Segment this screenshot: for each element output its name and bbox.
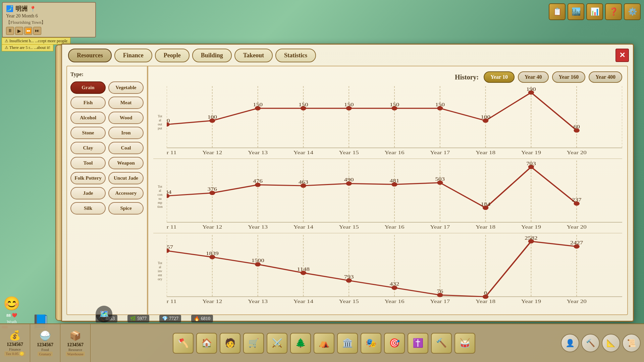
svg-text:Year 11: Year 11 bbox=[167, 225, 176, 230]
main-panel: Resources Finance People Building Takeou… bbox=[60, 44, 634, 322]
br-icon-4[interactable]: 📜 bbox=[622, 334, 641, 352]
pause-button[interactable]: ⏸ bbox=[6, 27, 14, 35]
food-sub: Granary bbox=[38, 352, 52, 356]
inventory-svg: 2157 1839 1500 1148 793 432 76 0 2582 24… bbox=[167, 235, 622, 307]
action-cross[interactable]: ✝️ bbox=[408, 333, 428, 354]
svg-text:1839: 1839 bbox=[206, 251, 219, 256]
tab-resources[interactable]: Resources bbox=[68, 49, 112, 62]
action-tent[interactable]: ⛺ bbox=[314, 333, 334, 354]
chart-icon[interactable]: 📊 bbox=[586, 3, 603, 20]
resource-btn-weapon[interactable]: Weapon bbox=[108, 157, 144, 169]
resource-btn-grain[interactable]: Grain bbox=[70, 81, 106, 94]
game-controls: ⏸ ▶ ⏩ ⏭ bbox=[6, 27, 92, 35]
svg-text:Year 19: Year 19 bbox=[521, 225, 541, 230]
consumption-svg-wrapper: 334 376 476 463 490 481 503 184 703 237 … bbox=[167, 161, 622, 233]
consumption-chart: Totalconsumption bbox=[153, 161, 622, 233]
resource-btn-wood[interactable]: Wood bbox=[108, 112, 144, 124]
history-label: History: bbox=[455, 73, 479, 81]
settings-icon[interactable]: ⚙️ bbox=[624, 3, 641, 20]
fast-forward-button[interactable]: ⏩ bbox=[24, 27, 32, 35]
tab-people[interactable]: People bbox=[155, 49, 190, 62]
year-btn-400[interactable]: Year 400 bbox=[589, 71, 622, 83]
svg-text:76: 76 bbox=[437, 289, 443, 294]
resource-btn-jade[interactable]: Jade bbox=[70, 187, 106, 199]
jade-counter-value: 7727 bbox=[169, 316, 178, 321]
close-button[interactable]: ✕ bbox=[615, 49, 629, 62]
town-label: 【Flourishing Town】 bbox=[6, 19, 92, 25]
resource-grid: Grain Vegetable Fish Meat Alcohol Wood S… bbox=[70, 81, 144, 215]
jade-counter-icon: 💎 bbox=[162, 316, 168, 321]
action-target[interactable]: 🎯 bbox=[384, 333, 405, 354]
resource-btn-alcohol[interactable]: Alcohol bbox=[70, 112, 106, 124]
svg-text:Year 13: Year 13 bbox=[248, 150, 268, 156]
tab-bar: Resources Finance People Building Takeou… bbox=[61, 45, 633, 62]
action-sword[interactable]: ⚔️ bbox=[267, 333, 287, 354]
tab-takeout[interactable]: Takeout bbox=[234, 49, 273, 62]
resource-btn-coal[interactable]: Coal bbox=[108, 142, 144, 154]
resource-btn-stone[interactable]: Stone bbox=[70, 127, 106, 139]
resource-btn-clay[interactable]: Clay bbox=[70, 142, 106, 154]
br-icon-2[interactable]: 🔨 bbox=[581, 334, 600, 352]
city-icon[interactable]: 🏙️ bbox=[568, 3, 584, 20]
svg-text:Year 15: Year 15 bbox=[339, 150, 359, 156]
svg-text:Year 17: Year 17 bbox=[430, 150, 450, 156]
resource-btn-tool[interactable]: Tool bbox=[70, 157, 106, 169]
help-icon[interactable]: ❓ bbox=[605, 3, 622, 20]
type-label: Type: bbox=[70, 71, 144, 77]
svg-text:237: 237 bbox=[572, 197, 582, 202]
top-bar: 🗾 明洲 📍 Year 20 Month 6 【Flourishing Town… bbox=[0, 0, 644, 37]
svg-text:2582: 2582 bbox=[525, 235, 537, 241]
mini-map-button[interactable]: 🗺️ bbox=[96, 306, 112, 322]
tab-statistics[interactable]: Statistics bbox=[275, 49, 316, 62]
svg-text:376: 376 bbox=[207, 187, 217, 192]
svg-text:Year 15: Year 15 bbox=[339, 225, 359, 230]
action-lumber[interactable]: 🪓 bbox=[173, 333, 194, 354]
svg-text:Year 18: Year 18 bbox=[476, 150, 495, 156]
resource-btn-iron[interactable]: Iron bbox=[108, 127, 144, 139]
action-house[interactable]: 🏠 bbox=[196, 333, 217, 354]
svg-text:Year 11: Year 11 bbox=[167, 150, 176, 156]
res-counter-jade: 💎 7727 bbox=[159, 315, 181, 322]
resource-stat: 📦 1234567 Resource Warehouse bbox=[60, 324, 91, 362]
svg-text:793: 793 bbox=[344, 274, 354, 280]
resource-btn-accessory[interactable]: Accessory bbox=[108, 187, 144, 199]
town-info-panel: 🗾 明洲 📍 Year 20 Month 6 【Flourishing Town… bbox=[2, 2, 96, 38]
play-button[interactable]: ▶ bbox=[15, 27, 23, 35]
action-cart[interactable]: 🛒 bbox=[243, 333, 264, 354]
resource-sub: Warehouse bbox=[66, 352, 85, 356]
year-btn-160[interactable]: Year 160 bbox=[552, 71, 586, 83]
br-icon-3[interactable]: 📐 bbox=[602, 334, 620, 352]
notification-1: ⚠ Insufficient h... ...ccept more people bbox=[2, 38, 70, 45]
town-name: 🗾 明洲 📍 bbox=[6, 5, 92, 13]
action-hammer[interactable]: 🔨 bbox=[431, 333, 452, 354]
resource-btn-vegetable[interactable]: Vegetable bbox=[108, 81, 144, 94]
resource-counters: ⛏️ 4853 🌿 5977 💎 7727 🔥 6810 bbox=[96, 315, 213, 322]
svg-text:190: 190 bbox=[526, 86, 536, 92]
resource-btn-silk[interactable]: Silk bbox=[70, 202, 106, 215]
svg-text:Year 17: Year 17 bbox=[430, 225, 450, 230]
resource-btn-meat[interactable]: Meat bbox=[108, 97, 144, 109]
top-right-toolbar: 📋 🏙️ 📊 ❓ ⚙️ bbox=[549, 3, 641, 20]
resource-btn-uncut-jade[interactable]: Uncut Jade bbox=[108, 172, 144, 184]
action-pillar[interactable]: 🏛️ bbox=[337, 333, 358, 354]
notes-icon[interactable]: 📋 bbox=[549, 3, 566, 20]
year-btn-40[interactable]: Year 40 bbox=[518, 71, 549, 83]
svg-text:184: 184 bbox=[481, 201, 490, 207]
consumption-svg: 334 376 476 463 490 481 503 184 703 237 … bbox=[167, 161, 622, 233]
svg-text:Year 18: Year 18 bbox=[476, 299, 495, 304]
action-mask[interactable]: 🎭 bbox=[361, 333, 381, 354]
resource-btn-folk-pottery[interactable]: Folk Pottery bbox=[70, 172, 106, 184]
tab-building[interactable]: Building bbox=[192, 49, 232, 62]
action-tree[interactable]: 🌲 bbox=[290, 333, 311, 354]
action-drum[interactable]: 🥁 bbox=[454, 333, 475, 354]
action-person[interactable]: 🧑 bbox=[220, 333, 240, 354]
svg-text:Year 14: Year 14 bbox=[293, 150, 314, 156]
resource-btn-fish[interactable]: Fish bbox=[70, 97, 106, 109]
br-icon-1[interactable]: 👤 bbox=[561, 334, 579, 352]
resource-btn-spice[interactable]: Spice bbox=[108, 202, 144, 215]
charts-container: Totaloutput bbox=[153, 86, 622, 307]
consumption-y-label: Totalconsumption bbox=[153, 185, 167, 209]
tab-finance[interactable]: Finance bbox=[114, 49, 152, 62]
fastest-button[interactable]: ⏭ bbox=[33, 27, 41, 35]
year-btn-10[interactable]: Year 10 bbox=[484, 71, 515, 83]
